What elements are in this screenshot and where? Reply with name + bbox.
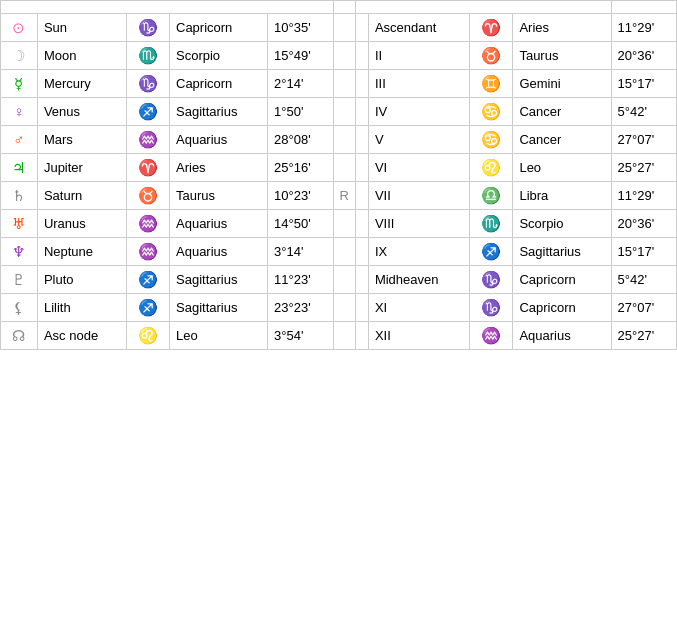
planet-degree: 10°23': [268, 182, 333, 210]
divider-cell: [355, 126, 368, 154]
planet-degree: 15°49': [268, 42, 333, 70]
house-name: Midheaven: [368, 266, 469, 294]
divider-cell: [355, 14, 368, 42]
planet-sign-name: Sagittarius: [170, 266, 268, 294]
house-sign-icon: ♑: [469, 266, 513, 294]
retrograde-indicator: R: [333, 182, 355, 210]
divider-cell: [355, 322, 368, 350]
house-sign-icon: ♈: [469, 14, 513, 42]
planet-degree: 14°50': [268, 210, 333, 238]
house-name: II: [368, 42, 469, 70]
planet-name: Moon: [37, 42, 126, 70]
planet-icon: ♅: [1, 210, 38, 238]
planet-sign-name: Leo: [170, 322, 268, 350]
house-name: IV: [368, 98, 469, 126]
house-sign-name: Aries: [513, 14, 611, 42]
divider-cell: [355, 210, 368, 238]
house-sign-name: Libra: [513, 182, 611, 210]
planet-sign-name: Aquarius: [170, 238, 268, 266]
planet-sign-icon: ♈: [126, 154, 170, 182]
planet-degree: 3°54': [268, 322, 333, 350]
planet-sign-icon: ♒: [126, 210, 170, 238]
planet-sign-icon: ♉: [126, 182, 170, 210]
planet-icon: ☽: [1, 42, 38, 70]
table-row: ♄Saturn♉Taurus10°23'RVII♎Libra11°29': [1, 182, 677, 210]
house-degree: 25°27': [611, 154, 676, 182]
retrograde-indicator: [333, 98, 355, 126]
house-degree: 27°07': [611, 126, 676, 154]
house-sign-icon: ♊: [469, 70, 513, 98]
house-sign-name: Taurus: [513, 42, 611, 70]
house-sign-icon: ♉: [469, 42, 513, 70]
house-degree: 15°17': [611, 238, 676, 266]
planet-icon: ☊: [1, 322, 38, 350]
house-sign-name: Leo: [513, 154, 611, 182]
planet-sign-icon: ♒: [126, 238, 170, 266]
house-sign-name: Sagittarius: [513, 238, 611, 266]
table-row: ☊Asc node♌Leo3°54'XII♒Aquarius25°27': [1, 322, 677, 350]
planet-degree: 3°14': [268, 238, 333, 266]
house-sign-icon: ♒: [469, 322, 513, 350]
planet-sign-icon: ♒: [126, 126, 170, 154]
planet-icon: ♂: [1, 126, 38, 154]
retrograde-indicator: [333, 14, 355, 42]
planet-sign-name: Sagittarius: [170, 98, 268, 126]
planet-icon: ♀: [1, 98, 38, 126]
table-row: ♀Venus♐Sagittarius1°50'IV♋Cancer5°42': [1, 98, 677, 126]
planet-sign-icon: ♏: [126, 42, 170, 70]
divider: [333, 1, 355, 14]
planet-sign-name: Taurus: [170, 182, 268, 210]
zodiac-header: [1, 1, 334, 14]
house-degree: 5°42': [611, 98, 676, 126]
planet-sign-name: Aries: [170, 154, 268, 182]
house-name: XII: [368, 322, 469, 350]
planet-sign-name: Scorpio: [170, 42, 268, 70]
planet-icon: ⊙: [1, 14, 38, 42]
house-sign-name: Cancer: [513, 98, 611, 126]
house-name: XI: [368, 294, 469, 322]
house-sign-icon: ♑: [469, 294, 513, 322]
house-degree: 11°29': [611, 182, 676, 210]
planet-icon: ♃: [1, 154, 38, 182]
retrograde-indicator: [333, 154, 355, 182]
planet-name: Saturn: [37, 182, 126, 210]
planet-name: Lilith: [37, 294, 126, 322]
table-row: ⊙Sun♑Capricorn10°35'Ascendant♈Aries11°29…: [1, 14, 677, 42]
planet-sign-icon: ♐: [126, 266, 170, 294]
house-degree: 25°27': [611, 322, 676, 350]
house-sign-icon: ♎: [469, 182, 513, 210]
placidus-header: [355, 1, 611, 14]
retrograde-indicator: [333, 126, 355, 154]
house-sign-name: Gemini: [513, 70, 611, 98]
house-sign-name: Capricorn: [513, 294, 611, 322]
planet-degree: 28°08': [268, 126, 333, 154]
planet-degree: 23°23': [268, 294, 333, 322]
retrograde-indicator: [333, 70, 355, 98]
house-sign-name: Cancer: [513, 126, 611, 154]
table-row: ♆Neptune♒Aquarius3°14'IX♐Sagittarius15°1…: [1, 238, 677, 266]
retrograde-indicator: [333, 322, 355, 350]
table-row: ♇Pluto♐Sagittarius11°23'Midheaven♑Capric…: [1, 266, 677, 294]
retrograde-indicator: [333, 42, 355, 70]
house-sign-name: Aquarius: [513, 322, 611, 350]
planet-name: Jupiter: [37, 154, 126, 182]
divider-cell: [355, 154, 368, 182]
planet-icon: ☿: [1, 70, 38, 98]
table-row: ☿Mercury♑Capricorn2°14'III♊Gemini15°17': [1, 70, 677, 98]
planet-name: Uranus: [37, 210, 126, 238]
house-sign-name: Capricorn: [513, 266, 611, 294]
planet-sign-icon: ♐: [126, 98, 170, 126]
planet-sign-name: Capricorn: [170, 70, 268, 98]
planet-name: Sun: [37, 14, 126, 42]
main-table: ⊙Sun♑Capricorn10°35'Ascendant♈Aries11°29…: [0, 0, 677, 350]
planet-sign-name: Aquarius: [170, 210, 268, 238]
house-sign-icon: ♋: [469, 98, 513, 126]
retrograde-indicator: [333, 238, 355, 266]
planet-name: Neptune: [37, 238, 126, 266]
planet-name: Pluto: [37, 266, 126, 294]
house-sign-icon: ♌: [469, 154, 513, 182]
divider-cell: [355, 70, 368, 98]
planet-degree: 11°23': [268, 266, 333, 294]
house-degree: 15°17': [611, 70, 676, 98]
planet-degree: 2°14': [268, 70, 333, 98]
